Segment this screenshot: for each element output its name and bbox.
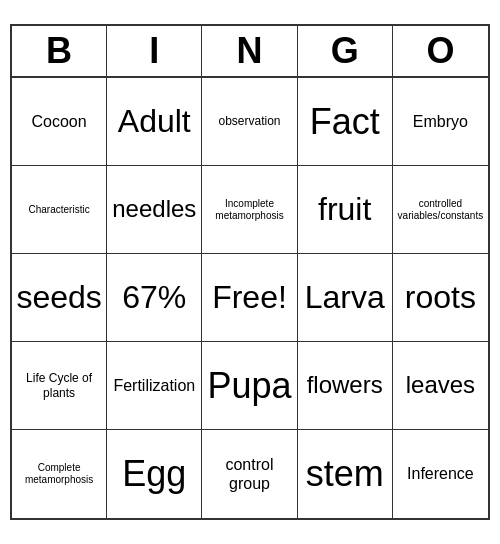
- bingo-grid: CocoonAdultobservationFactEmbryoCharacte…: [12, 78, 488, 518]
- bingo-cell-17: Pupa: [202, 342, 297, 430]
- bingo-cell-22: control group: [202, 430, 297, 518]
- bingo-cell-8: fruit: [298, 166, 393, 254]
- bingo-cell-15: Life Cycle of plants: [12, 342, 107, 430]
- header-letter-n: N: [202, 26, 297, 76]
- header-letter-g: G: [298, 26, 393, 76]
- bingo-cell-20: Complete metamorphosis: [12, 430, 107, 518]
- bingo-cell-18: flowers: [298, 342, 393, 430]
- bingo-cell-2: observation: [202, 78, 297, 166]
- bingo-cell-5: Characteristic: [12, 166, 107, 254]
- bingo-cell-0: Cocoon: [12, 78, 107, 166]
- bingo-cell-23: stem: [298, 430, 393, 518]
- bingo-cell-10: seeds: [12, 254, 107, 342]
- bingo-cell-21: Egg: [107, 430, 202, 518]
- bingo-cell-14: roots: [393, 254, 488, 342]
- bingo-cell-12: Free!: [202, 254, 297, 342]
- bingo-cell-3: Fact: [298, 78, 393, 166]
- bingo-cell-7: Incomplete metamorphosis: [202, 166, 297, 254]
- bingo-header: BINGO: [12, 26, 488, 78]
- bingo-cell-16: Fertilization: [107, 342, 202, 430]
- bingo-card: BINGO CocoonAdultobservationFactEmbryoCh…: [10, 24, 490, 520]
- bingo-cell-19: leaves: [393, 342, 488, 430]
- header-letter-o: O: [393, 26, 488, 76]
- header-letter-b: B: [12, 26, 107, 76]
- header-letter-i: I: [107, 26, 202, 76]
- bingo-cell-11: 67%: [107, 254, 202, 342]
- bingo-cell-6: needles: [107, 166, 202, 254]
- bingo-cell-13: Larva: [298, 254, 393, 342]
- bingo-cell-9: controlled variables/constants: [393, 166, 488, 254]
- bingo-cell-1: Adult: [107, 78, 202, 166]
- bingo-cell-24: Inference: [393, 430, 488, 518]
- bingo-cell-4: Embryo: [393, 78, 488, 166]
